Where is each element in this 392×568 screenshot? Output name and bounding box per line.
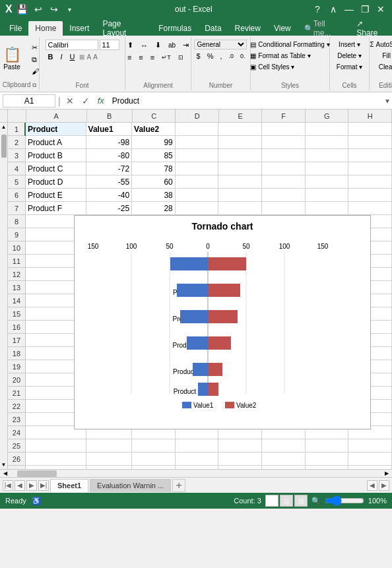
cell-A25[interactable] [26, 439, 86, 453]
col-header-B[interactable]: B [87, 110, 133, 123]
currency-btn[interactable]: $ [194, 51, 203, 61]
font-family-input[interactable] [46, 40, 98, 50]
formula-input[interactable] [110, 96, 383, 106]
sheet-nav-first[interactable]: |◀ [3, 480, 13, 491]
hscroll-right-btn[interactable]: ▶ [381, 470, 392, 478]
cell-B7[interactable]: -25 [86, 202, 133, 215]
vscroll-thumb[interactable] [1, 135, 7, 158]
cell-H27[interactable] [348, 466, 392, 469]
cell-E7[interactable] [218, 202, 262, 215]
normal-view-btn[interactable]: ▦ [265, 495, 278, 507]
page-break-btn[interactable]: ⊟ [294, 495, 308, 507]
align-middle-btn[interactable]: ↔ [138, 40, 150, 51]
sheet-tab-eval[interactable]: Evaluation Warnin ... [90, 479, 171, 492]
cell-H5[interactable] [348, 175, 392, 189]
insert-cells-btn[interactable]: Insert ▾ [336, 40, 363, 49]
cell-G4[interactable] [306, 162, 349, 175]
row-header-9[interactable]: 9 [8, 228, 26, 241]
hsheet-left-btn[interactable]: ◀ [367, 480, 377, 491]
cell-H6[interactable] [348, 189, 392, 202]
cell-B1[interactable]: Value1 [86, 123, 133, 136]
row-header-16[interactable]: 16 [8, 321, 26, 334]
cell-G25[interactable] [306, 439, 349, 453]
cell-E27[interactable] [218, 466, 262, 469]
tab-view[interactable]: View [267, 21, 298, 36]
cell-G3[interactable] [306, 149, 349, 162]
cell-E25[interactable] [218, 439, 262, 453]
col-header-F[interactable]: F [262, 110, 306, 123]
cell-D6[interactable] [176, 189, 219, 202]
cell-H2[interactable] [348, 136, 392, 149]
row-header-21[interactable]: 21 [8, 387, 26, 400]
sheet-nav-prev[interactable]: ◀ [15, 480, 25, 491]
cell-G7[interactable] [306, 202, 349, 215]
page-layout-btn[interactable]: ⊡ [280, 495, 293, 507]
format-cells-btn[interactable]: Format ▾ [334, 62, 365, 72]
fill-btn[interactable]: Fill ▾ [379, 51, 392, 61]
cell-A26[interactable] [26, 453, 86, 466]
col-header-H[interactable]: H [348, 110, 392, 123]
formula-cancel-btn[interactable]: ✕ [63, 96, 77, 106]
percent-btn[interactable]: % [205, 51, 216, 61]
cell-G1[interactable] [306, 123, 349, 136]
restore-btn[interactable]: ❐ [359, 3, 371, 15]
tab-data[interactable]: Data [198, 21, 228, 36]
cell-E26[interactable] [218, 453, 262, 466]
col-header-C[interactable]: C [133, 110, 176, 123]
bold-button[interactable]: B [46, 51, 56, 62]
dec-decrease-btn[interactable]: 0. [238, 51, 248, 61]
align-bottom-btn[interactable]: ⬇ [152, 40, 164, 51]
tab-file[interactable]: File [3, 21, 28, 36]
row-header-18[interactable]: 18 [8, 347, 26, 360]
row-header-8[interactable]: 8 [8, 215, 26, 228]
hscroll-left-btn[interactable]: ◀ [0, 470, 11, 478]
cell-H1[interactable] [348, 123, 392, 136]
cell-D4[interactable] [176, 162, 219, 175]
row-header-26[interactable]: 26 [8, 453, 26, 466]
cell-F26[interactable] [262, 453, 306, 466]
cell-A5[interactable]: Product D [26, 175, 86, 189]
col-header-E[interactable]: E [219, 110, 263, 123]
cell-E3[interactable] [218, 149, 262, 162]
cell-C26[interactable] [132, 453, 176, 466]
vscroll-up-btn[interactable]: ▲ [0, 123, 7, 131]
sheet-nav-next[interactable]: ▶ [26, 480, 37, 491]
cell-H25[interactable] [348, 439, 392, 453]
save-quick-btn[interactable]: 💾 [16, 3, 28, 15]
align-top-btn[interactable]: ⬆ [125, 40, 136, 51]
cell-F6[interactable] [262, 189, 306, 202]
formula-expand-btn[interactable]: ▾ [385, 96, 389, 106]
merge-btn[interactable]: ⊡ [176, 52, 186, 63]
cell-E2[interactable] [218, 136, 262, 149]
cell-B25[interactable] [86, 439, 133, 453]
underline-button[interactable]: U [67, 51, 78, 62]
undo-quick-btn[interactable]: ↩ [32, 3, 44, 15]
dec-increase-btn[interactable]: .0 [226, 51, 236, 61]
row-header-4[interactable]: 4 [8, 162, 26, 175]
cell-D2[interactable] [176, 136, 219, 149]
row-header-25[interactable]: 25 [8, 439, 26, 453]
formula-confirm-btn[interactable]: ✓ [79, 96, 92, 106]
row-header-15[interactable]: 15 [8, 307, 26, 321]
col-header-D[interactable]: D [176, 110, 219, 123]
minimize-btn[interactable]: — [343, 3, 355, 15]
cell-B4[interactable]: -72 [86, 162, 133, 175]
text-orient-btn[interactable]: ab [166, 40, 178, 51]
cell-A1[interactable]: Product [26, 123, 86, 136]
hsheet-right-btn[interactable]: ▶ [379, 480, 389, 491]
cell-C2[interactable]: 99 [132, 136, 176, 149]
cell-E1[interactable] [218, 123, 262, 136]
tab-formulas[interactable]: Formulas [152, 21, 198, 36]
number-format-select[interactable]: General [194, 40, 247, 49]
horizontal-scrollbar[interactable]: ◀ ▶ [0, 469, 392, 477]
cell-B3[interactable]: -80 [86, 149, 133, 162]
row-header-14[interactable]: 14 [8, 294, 26, 307]
zoom-slider[interactable] [325, 495, 364, 506]
more-quick-btn[interactable]: ▾ [64, 3, 76, 15]
cell-C25[interactable] [132, 439, 176, 453]
cell-B27[interactable] [86, 466, 133, 469]
ribbon-toggle-btn[interactable]: ∧ [327, 3, 339, 15]
hscroll-thumb[interactable] [17, 470, 57, 477]
align-center-btn[interactable]: ≡ [136, 52, 145, 63]
cell-D1[interactable] [176, 123, 219, 136]
